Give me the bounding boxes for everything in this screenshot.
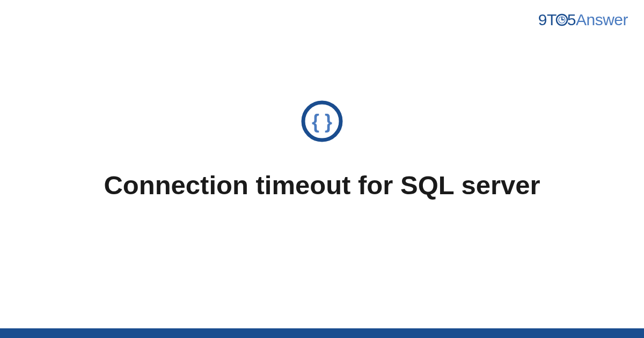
page-title: Connection timeout for SQL server	[104, 170, 540, 201]
svg-text:{ }: { }	[312, 110, 332, 132]
code-braces-icon: { }	[301, 100, 343, 143]
footer-accent-bar	[0, 328, 644, 338]
main-content: { } Connection timeout for SQL server	[0, 0, 644, 338]
